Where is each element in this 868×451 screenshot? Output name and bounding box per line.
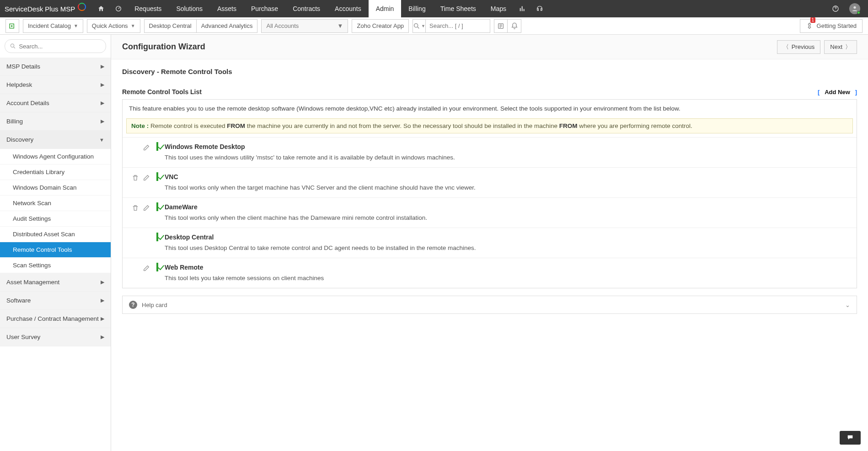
next-button[interactable]: Next 〉: [824, 40, 857, 54]
edit-icon[interactable]: [143, 204, 150, 212]
sidebar-item-scan-settings[interactable]: Scan Settings: [0, 258, 111, 273]
sidebar-item-network-scan[interactable]: Network Scan: [0, 196, 111, 211]
profile-menu[interactable]: [846, 0, 863, 17]
sidebar-group-account[interactable]: Account Details ▶: [0, 94, 111, 112]
account-selector[interactable]: All Accounts ▼: [261, 19, 348, 33]
sidebar-group-billing[interactable]: Billing ▶: [0, 112, 111, 131]
search-input[interactable]: [426, 22, 490, 29]
edit-icon[interactable]: [143, 265, 150, 272]
sidebar-item-domain-scan[interactable]: Windows Domain Scan: [0, 180, 111, 196]
svg-point-10: [849, 436, 849, 437]
nav-tab-assets[interactable]: Assets: [210, 0, 244, 17]
sidebar-item-windows-agent[interactable]: Windows Agent Configuration: [0, 149, 111, 164]
home-icon[interactable]: [92, 0, 110, 17]
tool-row: VNCThis tool works only when the target …: [123, 167, 857, 197]
sidebar-group-software[interactable]: Software ▶: [0, 292, 111, 310]
edit-icon[interactable]: [143, 174, 150, 181]
sidebar-group-label: Purchase / Contract Management: [6, 315, 99, 322]
panel-description: This feature enables you to use the remo…: [123, 100, 857, 117]
chat-icon: [846, 434, 855, 441]
chevron-right-icon: ▶: [101, 279, 104, 285]
tool-row: Desktop CentralThis tool uses Desktop Ce…: [123, 228, 857, 258]
help-icon[interactable]: [827, 0, 844, 17]
nav-tab-accounts[interactable]: Accounts: [327, 0, 369, 17]
add-new-label: Add New: [825, 89, 850, 96]
dashboard-icon[interactable]: [110, 0, 127, 17]
sidebar-group-helpdesk[interactable]: Helpdesk ▶: [0, 76, 111, 94]
enabled-check-icon[interactable]: [156, 142, 158, 151]
notifications-icon[interactable]: [508, 19, 521, 33]
bracket-right: ]: [855, 89, 857, 96]
search-scope-icon[interactable]: ▼: [413, 20, 426, 32]
advanced-analytics-link[interactable]: Advanced Analytics: [196, 19, 258, 33]
brand: ServiceDesk Plus MSP: [5, 5, 86, 13]
next-label: Next: [830, 43, 842, 50]
nav-tab-timesheets[interactable]: Time Sheets: [433, 0, 483, 17]
brand-name: ServiceDesk Plus MSP: [5, 5, 75, 13]
quick-actions-label: Quick Actions: [92, 22, 128, 29]
global-search[interactable]: ▼: [413, 19, 490, 33]
admin-sidebar: MSP Details ▶ Helpdesk ▶ Account Details…: [0, 35, 111, 451]
chat-fab[interactable]: [840, 431, 861, 445]
nav-tab-requests[interactable]: Requests: [127, 0, 169, 17]
enabled-check-icon[interactable]: [156, 172, 158, 181]
add-new-link[interactable]: [ Add New ]: [818, 89, 857, 96]
nav-tab-contracts[interactable]: Contracts: [285, 0, 327, 17]
sidebar-item-audit-settings[interactable]: Audit Settings: [0, 211, 111, 227]
sidebar-item-remote-control[interactable]: Remote Control Tools: [0, 242, 111, 258]
support-icon[interactable]: [531, 0, 548, 17]
note-text-1: Remote control is executed: [149, 122, 227, 129]
sidebar-group-discovery[interactable]: Discovery ▼: [0, 131, 111, 149]
svg-rect-2: [522, 6, 523, 11]
sidebar-group-survey[interactable]: User Survey ▶: [0, 328, 111, 346]
svg-rect-3: [524, 9, 525, 11]
chevron-down-icon: ▼: [99, 137, 104, 143]
recent-items-icon[interactable]: [494, 19, 508, 33]
zoho-creator-link[interactable]: Zoho Creator App: [352, 19, 409, 33]
nav-tab-solutions[interactable]: Solutions: [169, 0, 210, 17]
incident-catalog-label: Incident Catalog: [28, 22, 71, 29]
svg-point-5: [853, 6, 856, 9]
incident-catalog-menu[interactable]: Incident Catalog ▼: [23, 19, 83, 33]
sidebar-group-msp[interactable]: MSP Details ▶: [0, 58, 111, 76]
toolbar: Incident Catalog ▼ Quick Actions ▼ Deskt…: [0, 17, 868, 35]
list-title: Remote Control Tools List: [122, 88, 202, 96]
new-request-icon[interactable]: [5, 19, 19, 33]
tool-row: DameWareThis tool works only when the cl…: [123, 197, 857, 228]
sidebar-group-purchase[interactable]: Purchase / Contract Management ▶: [0, 310, 111, 328]
nav-tab-admin[interactable]: Admin: [369, 0, 402, 17]
enabled-check-icon[interactable]: [156, 263, 158, 271]
topnav-right: [827, 0, 863, 17]
nav-tab-purchase[interactable]: Purchase: [244, 0, 285, 17]
previous-button[interactable]: 〈 Previous: [777, 40, 821, 54]
sidebar-group-label: Account Details: [6, 100, 49, 106]
sidebar-group-label: MSP Details: [6, 63, 40, 70]
nav-tab-billing[interactable]: Billing: [401, 0, 433, 17]
chevron-right-icon: ▶: [101, 82, 104, 88]
content-area: Configuration Wizard 〈 Previous Next 〉 D…: [111, 35, 868, 451]
tool-desc: This tool works only when the target mac…: [165, 184, 850, 191]
chevron-down-icon: ⌄: [845, 302, 850, 308]
tool-title: Windows Remote Desktop: [165, 143, 850, 150]
enabled-check-icon[interactable]: [156, 202, 158, 211]
nav-tab-maps[interactable]: Maps: [483, 0, 514, 17]
edit-icon[interactable]: [143, 144, 150, 151]
sidebar-item-distributed-scan[interactable]: Distributed Asset Scan: [0, 227, 111, 242]
page-subtitle: Discovery - Remote Control Tools: [122, 68, 857, 75]
delete-icon[interactable]: [132, 174, 139, 181]
sidebar-search-input[interactable]: [19, 43, 101, 50]
help-card[interactable]: ? Help card ⌄: [122, 296, 857, 314]
getting-started-badge: 1: [810, 17, 816, 23]
enabled-check-icon[interactable]: [156, 233, 158, 241]
sidebar-group-asset[interactable]: Asset Management ▶: [0, 273, 111, 292]
sidebar-item-credentials[interactable]: Credentials Library: [0, 164, 111, 180]
tool-desc: This tool works only when the client mac…: [165, 214, 850, 221]
reports-icon[interactable]: [514, 0, 531, 17]
sidebar-search[interactable]: [5, 39, 106, 53]
help-icon: ?: [129, 301, 137, 309]
delete-icon[interactable]: [132, 204, 139, 212]
caret-down-icon: ▼: [74, 23, 78, 28]
getting-started-button[interactable]: 1 Getting Started: [800, 19, 863, 33]
quick-actions-menu[interactable]: Quick Actions ▼: [87, 19, 140, 33]
desktop-central-link[interactable]: Desktop Central: [144, 19, 196, 33]
